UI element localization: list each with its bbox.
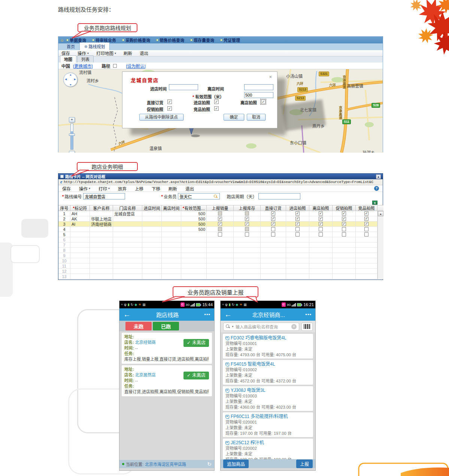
grid-cell[interactable]: ✓ (309, 211, 333, 216)
grid-cell[interactable]: 华联上地店 (90, 216, 113, 221)
checkbox-dis[interactable] (245, 227, 249, 231)
checkbox-on[interactable]: ✓ (295, 211, 300, 216)
scroll-up-icon[interactable]: ▲ (376, 174, 381, 179)
close-icon[interactable]: × (269, 74, 272, 80)
grid-cell[interactable]: 10 (58, 258, 70, 263)
checkbox-on[interactable]: ✓ (271, 211, 275, 216)
grid-cell[interactable]: 济南经销商 (90, 222, 113, 226)
not-left-store-badge[interactable]: ✓未离店 (183, 339, 209, 347)
store-visit-card[interactable]: 地址:店名: 北京居然店时间: --任务: 直接订货,进店拍照,离店拍照,促销拍… (122, 365, 212, 396)
checkbox-on[interactable]: ✓ (364, 211, 368, 216)
pan-left-icon[interactable]: ◀ (65, 78, 67, 81)
checkbox-off[interactable] (364, 227, 368, 231)
cycle-input[interactable] (258, 193, 300, 199)
grid-cell[interactable] (261, 232, 286, 237)
promo-photo-checkbox[interactable]: ✓ (167, 106, 172, 111)
grid-cell[interactable] (207, 227, 234, 232)
grid-cell[interactable]: 500 (181, 211, 207, 216)
leave-photo-checkbox[interactable]: ✓ (261, 100, 266, 104)
toolbar-button[interactable]: 打印▾ (98, 186, 110, 192)
menu-item[interactable]: 现存量查询 (190, 37, 214, 43)
grid-cell[interactable] (234, 211, 261, 216)
grid-cell[interactable] (309, 227, 333, 232)
checkbox-off[interactable] (295, 227, 300, 231)
grid-cell[interactable]: ✓ (286, 216, 309, 221)
export-excel-icon[interactable]: X (372, 201, 377, 205)
grid-cell[interactable] (333, 232, 356, 237)
tab-list[interactable]: 列表 (77, 55, 94, 62)
checkbox-off[interactable] (271, 227, 275, 231)
checkbox-off[interactable] (364, 232, 368, 237)
overflow-menu-icon[interactable]: ••• (305, 312, 312, 317)
product-card[interactable]: FP60C11 多功能搅拌/料理机货物编号:020001上架数量: 未定现存量:… (223, 412, 313, 437)
pan-up-icon[interactable]: ▲ (69, 73, 72, 76)
checkbox-dis[interactable] (218, 227, 222, 231)
add-product-button[interactable]: 追加商品 (223, 460, 249, 468)
direct-order-checkbox[interactable]: ✓ (167, 100, 172, 104)
grid-cell[interactable]: ✓ (234, 222, 261, 226)
map-canvas[interactable]: 流村镇流村乡小汤山镇高丽营镇北七家镇燕丹乡东小口镇温泉镇孙河乡六环六环六环京承高… (58, 69, 383, 153)
set-default-link[interactable]: [设为默认] (126, 63, 145, 69)
product-card[interactable]: FS4015 智能电饭煲4L货物编号:010002上架数量: 未定现存量: 45… (223, 360, 313, 385)
toolbar-button[interactable]: 刷新 (124, 50, 132, 56)
store-visit-card[interactable]: 地址:店名: 北京经销商时间: --任务: 库存上报,销量上报,直接订货,进店拍… (122, 333, 212, 364)
help-icon[interactable]: ? (374, 186, 379, 191)
grid-cell[interactable]: AH (70, 211, 90, 216)
grid-cell[interactable]: 4 (58, 227, 70, 232)
search-input[interactable]: ▼ 输入商品编号|名称查询 × (223, 323, 299, 331)
grid-cell[interactable]: 500 (181, 222, 207, 226)
product-card[interactable]: YJ308J 电饭煲3L货物编号:010003上架数量: 未定现存量: 4360… (223, 386, 313, 411)
cancel-button[interactable]: 取消 (247, 114, 266, 120)
grid-cell[interactable]: ✓ (261, 216, 286, 221)
grid-cell[interactable]: 2 (58, 216, 70, 221)
checkbox-on[interactable]: ✓ (218, 217, 222, 221)
checkbox-on[interactable]: ✓ (364, 217, 368, 221)
overflow-menu-icon[interactable]: ••• (204, 312, 210, 317)
search-icon[interactable] (214, 195, 218, 198)
grid-cell[interactable]: ✓ (261, 222, 286, 226)
chevron-down-icon[interactable]: ▼ (231, 325, 234, 328)
competitor-photo-checkbox[interactable]: ✓ (214, 106, 219, 111)
checkbox-on[interactable]: ✓ (245, 217, 249, 221)
grid-cell[interactable] (333, 227, 356, 232)
toolbar-button[interactable]: 上移 (135, 186, 143, 192)
grid-cell[interactable]: ✓ (207, 216, 234, 221)
grid-cell[interactable]: 8 (58, 248, 70, 253)
grid-cell[interactable]: ✓ (286, 211, 309, 216)
toolbar-button[interactable]: 放弃 (118, 186, 127, 192)
grid-cell[interactable] (286, 232, 309, 237)
close-tab-icon[interactable]: ⊗ (84, 45, 87, 49)
checkbox-on[interactable]: ✓ (342, 222, 346, 226)
grid-cell[interactable] (234, 232, 261, 237)
checkbox-on[interactable]: ✓ (245, 222, 249, 226)
menu-item[interactable]: 凭证管理 (220, 37, 240, 43)
tab-route-planning[interactable]: ⊗ 路线规划 (79, 42, 110, 50)
grid-cell[interactable]: 11 (58, 263, 70, 268)
route-code-input[interactable] (83, 193, 125, 199)
checkbox-on[interactable]: ✓ (271, 217, 275, 221)
grid-cell[interactable]: ✓ (309, 216, 333, 221)
grid-cell[interactable]: ✓ (261, 211, 286, 216)
grid-cell[interactable]: ✓ (356, 222, 377, 226)
grid-cell[interactable]: ✓ (333, 216, 356, 221)
leave-time-input[interactable] (244, 84, 273, 90)
back-arrow-icon[interactable]: ← (123, 310, 131, 319)
checkbox-on[interactable]: ✓ (295, 222, 300, 226)
scroll-up-icon[interactable]: ▲ (378, 211, 383, 216)
pan-right-icon[interactable]: ▶ (74, 78, 76, 81)
submit-report-button[interactable]: 上报 (296, 460, 313, 468)
grid-cell[interactable] (309, 232, 333, 237)
zoom-handle[interactable] (69, 134, 75, 136)
grid-cell[interactable] (356, 227, 377, 232)
grid-cell[interactable]: ✓ (234, 216, 261, 221)
grid-cell[interactable]: ✓ (356, 211, 377, 216)
checkbox-off[interactable] (245, 232, 249, 237)
zoom-in-button[interactable]: + (69, 117, 75, 122)
checkbox-off[interactable] (342, 232, 346, 237)
barcode-scan-button[interactable] (301, 323, 313, 331)
checkbox-on[interactable]: ✓ (295, 217, 300, 221)
zoom-track[interactable] (70, 123, 73, 150)
grid-cell[interactable]: 9 (58, 253, 70, 258)
grid-cell[interactable]: 500 (181, 216, 207, 221)
toolbar-button[interactable]: 刷新 (169, 186, 177, 192)
